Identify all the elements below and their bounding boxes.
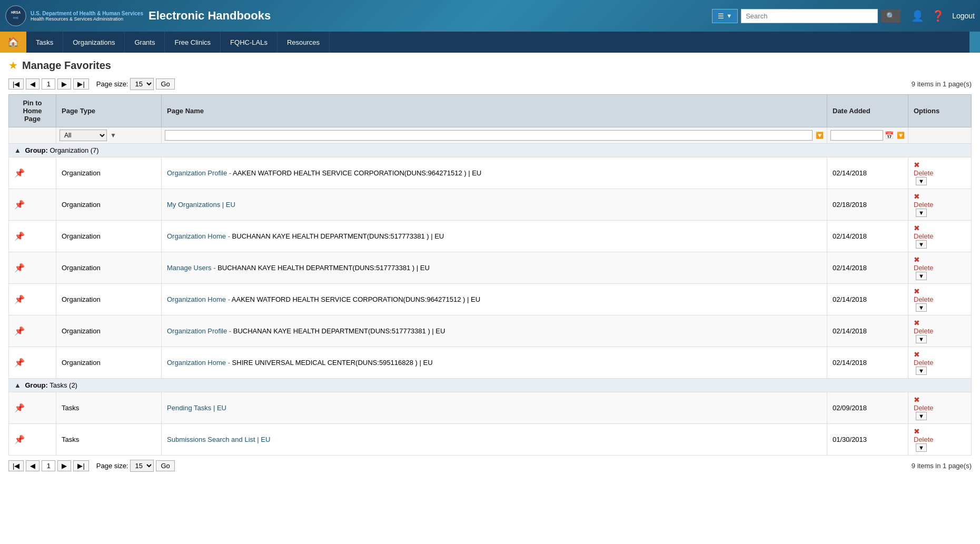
nav-item-tasks[interactable]: Tasks [26,32,63,53]
filter-name-cell: 🔽 [162,127,827,144]
calendar-icon[interactable]: 📅 [885,131,894,140]
page-name-link[interactable]: Organization Home [167,359,226,367]
page-name-cell: Organization Home - AAKEN WATFORD HEALTH… [162,284,827,315]
prev-page-button[interactable]: ◀ [26,78,39,90]
col-header-date-added: Date Added [827,95,908,127]
filter-type-icon[interactable]: ▼ [110,132,116,139]
page-name-link[interactable]: Organization Profile [167,169,227,177]
pin-cell: 📌 [9,315,56,347]
options-dropdown-button[interactable]: ▼ [916,443,927,452]
options-cell: ✖ Delete ▼ [908,315,972,347]
delete-button[interactable]: Delete [914,264,966,272]
delete-button[interactable]: Delete [914,201,966,209]
delete-button[interactable]: Delete [914,359,966,367]
nav-home-button[interactable]: 🏠 [0,32,26,53]
filter-name-icon[interactable]: 🔽 [816,132,824,139]
nav-item-organizations[interactable]: Organizations [63,32,125,53]
pin-blue-icon[interactable]: 📌 [14,358,25,367]
filter-row: All ▼ 🔽 📅 🔽 [9,127,972,144]
pin-blue-icon[interactable]: 📌 [14,263,25,272]
delete-button[interactable]: Delete [914,169,966,177]
favorites-table: Pin to Home Page Page Type Page Name Dat… [8,94,972,456]
delete-button[interactable]: Delete [914,436,966,443]
menu-button[interactable]: ☰ ▼ [712,9,738,23]
logo-area: HRSA HHS U.S. Department of Health & Hum… [5,5,143,26]
last-page-button[interactable]: ▶| [73,78,88,90]
filter-date-icon[interactable]: 🔽 [897,132,905,139]
group-collapse-icon[interactable]: ▲ [14,381,21,389]
prev-page-button-bottom[interactable]: ◀ [26,460,39,471]
page-name-link[interactable]: Organization Home [167,295,226,303]
go-button-bottom[interactable]: Go [156,460,174,471]
page-name-cell: Organization Home - SHIRE UNIVERSAL MEDI… [162,347,827,379]
pin-blue-icon[interactable]: 📌 [14,435,25,444]
page-type-cell: Tasks [56,392,162,424]
svg-point-0 [6,6,26,26]
next-page-button-bottom[interactable]: ▶ [57,460,71,471]
last-page-button-bottom[interactable]: ▶| [73,460,88,471]
group-label-organization: ▲ Group: Organization (7) [9,144,972,157]
first-page-button[interactable]: |◀ [8,78,24,90]
page-size-select[interactable]: 15 25 50 [130,78,154,90]
options-dropdown-button[interactable]: ▼ [916,303,927,312]
user-icon[interactable]: 👤 [911,9,924,22]
table-row: 📌 Organization My Organizations | EU 02/… [9,189,972,221]
nav-item-free-clinics[interactable]: Free Clinics [165,32,221,53]
pagination-info-bottom: 9 items in 1 page(s) [912,462,972,470]
delete-button[interactable]: Delete [914,404,966,412]
pin-blue-icon[interactable]: 📌 [14,232,25,241]
options-dropdown-button[interactable]: ▼ [916,272,927,280]
filter-date-input[interactable] [830,130,883,141]
table-row: 📌 Tasks Pending Tasks | EU 02/09/2018 ✖ … [9,392,972,424]
first-page-button-bottom[interactable]: |◀ [8,460,24,471]
delete-x-icon: ✖ [914,395,920,404]
date-added-cell: 02/14/2018 [827,347,908,379]
header-icons: 👤 ❓ Logout [911,9,975,22]
options-dropdown-button[interactable]: ▼ [916,177,927,185]
nav-item-fqhc-lals[interactable]: FQHC-LALs [221,32,278,53]
page-name-link[interactable]: My Organizations | EU [167,201,235,209]
date-added-cell: 02/18/2018 [827,189,908,221]
pin-cell: 📌 [9,221,56,252]
options-dropdown-button[interactable]: ▼ [916,412,927,420]
options-dropdown-button[interactable]: ▼ [916,367,927,375]
page-type-cell: Organization [56,347,162,379]
options-dropdown-button[interactable]: ▼ [916,335,927,343]
delete-button[interactable]: Delete [914,295,966,303]
nav-item-grants[interactable]: Grants [125,32,165,53]
next-page-button[interactable]: ▶ [57,78,71,90]
options-cell: ✖ Delete ▼ [908,424,972,456]
delete-button[interactable]: Delete [914,327,966,335]
pin-green-icon[interactable]: 📌 [14,295,25,304]
options-dropdown-button[interactable]: ▼ [916,240,927,249]
pin-green-icon[interactable]: 📌 [14,200,25,209]
date-added-cell: 02/14/2018 [827,315,908,347]
filter-type-select[interactable]: All [60,130,107,141]
page-name-link[interactable]: Submissions Search and List | EU [167,436,270,443]
group-collapse-icon[interactable]: ▲ [14,146,21,154]
group-row-organization: ▲ Group: Organization (7) [9,144,972,157]
pin-green-icon[interactable]: 📌 [14,403,25,412]
page-type-cell: Organization [56,315,162,347]
page-name-link[interactable]: Manage Users [167,264,212,272]
page-name-link[interactable]: Pending Tasks | EU [167,404,226,412]
page-name-link[interactable]: Organization Profile [167,327,227,335]
options-dropdown-button[interactable]: ▼ [916,209,927,217]
nav-item-resources[interactable]: Resources [278,32,330,53]
col-header-page-name: Page Name [162,95,827,127]
page-name-link[interactable]: Organization Home [167,232,226,240]
filter-name-input[interactable] [165,130,813,141]
search-input[interactable] [741,9,878,23]
search-button[interactable]: 🔍 [881,9,900,23]
pin-blue-icon[interactable]: 📌 [14,169,25,177]
pin-cell: 📌 [9,284,56,315]
delete-x-icon: ✖ [914,161,920,169]
page-type-cell: Organization [56,284,162,315]
pin-blue-icon[interactable]: 📌 [14,327,25,335]
page-size-select-bottom[interactable]: 15 25 50 [130,460,154,472]
options-cell: ✖ Delete ▼ [908,157,972,189]
delete-button[interactable]: Delete [914,232,966,240]
help-icon[interactable]: ❓ [932,9,945,22]
go-button[interactable]: Go [156,78,174,90]
logout-button[interactable]: Logout [952,12,975,20]
